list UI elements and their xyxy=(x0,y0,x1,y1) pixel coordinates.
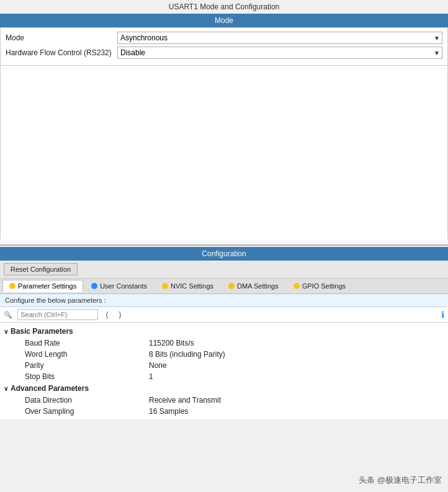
tab-user-constants[interactable]: User Constants xyxy=(84,280,154,292)
advanced-params-group-header[interactable]: ∨ Advanced Parameters xyxy=(0,382,448,395)
mode-section-header: Mode xyxy=(0,14,448,27)
tab-dot-gpio-settings xyxy=(293,283,300,289)
mode-config-panel: Mode Asynchronous Synchronous Single Wir… xyxy=(0,27,448,66)
tab-label-gpio-settings: GPIO Settings xyxy=(302,282,346,290)
configure-info: Configure the below parameters : xyxy=(0,294,448,307)
param-value-baud-rate: 115200 Bits/s xyxy=(149,339,194,347)
tab-dma-settings[interactable]: DMA Settings xyxy=(222,280,285,292)
mode-area: Mode Asynchronous Synchronous Single Wir… xyxy=(0,27,448,246)
config-toolbar: Reset Configuration xyxy=(0,261,448,279)
param-value-data-direction: Receive and Transmit xyxy=(149,396,221,405)
param-value-over-sampling: 16 Samples xyxy=(149,407,188,416)
page-title: USART1 Mode and Configuration xyxy=(0,0,448,14)
basic-params-group-header[interactable]: ∨ Basic Parameters xyxy=(0,325,448,338)
config-section-header: Configuration xyxy=(0,247,448,261)
tab-nvic-settings[interactable]: NVIC Settings xyxy=(155,280,220,292)
params-area: ∨ Basic Parameters Baud Rate 115200 Bits… xyxy=(0,323,448,419)
tab-dot-user-constants xyxy=(91,283,97,289)
tab-label-dma-settings: DMA Settings xyxy=(237,282,279,290)
tabs-row: Parameter Settings User Constants NVIC S… xyxy=(0,279,448,294)
param-name-parity: Parity xyxy=(25,361,149,370)
param-value-parity: None xyxy=(149,361,167,370)
search-bar: 🔍 ⟨ ⟩ ℹ xyxy=(0,307,448,323)
basic-params-label: Basic Parameters xyxy=(11,327,73,336)
basic-params-chevron: ∨ xyxy=(4,328,8,335)
tab-label-parameter-settings: Parameter Settings xyxy=(18,282,76,290)
hw-flow-row: Hardware Flow Control (RS232) Disable CT… xyxy=(6,47,442,59)
search-icon: 🔍 xyxy=(4,311,12,319)
hw-flow-label: Hardware Flow Control (RS232) xyxy=(6,48,117,57)
param-row-parity: Parity None xyxy=(0,360,448,371)
param-row-over-sampling: Over Sampling 16 Samples xyxy=(0,406,448,417)
param-name-over-sampling: Over Sampling xyxy=(25,407,149,416)
advanced-params-chevron: ∨ xyxy=(4,385,8,392)
param-name-word-length: Word Length xyxy=(25,350,149,359)
mode-row: Mode Asynchronous Synchronous Single Wir… xyxy=(6,32,442,44)
hw-flow-select-wrapper: Disable CTS Only RTS Only CTS/RTS ▼ xyxy=(117,47,442,59)
tab-dot-dma-settings xyxy=(228,283,235,289)
param-value-stop-bits: 1 xyxy=(149,372,153,381)
hw-flow-select[interactable]: Disable CTS Only RTS Only CTS/RTS xyxy=(117,47,442,59)
mode-select[interactable]: Asynchronous Synchronous Single Wire (Ha… xyxy=(117,32,442,44)
param-row-baud-rate: Baud Rate 115200 Bits/s xyxy=(0,338,448,349)
param-name-data-direction: Data Direction xyxy=(25,396,149,405)
tab-dot-parameter-settings xyxy=(9,283,16,289)
empty-space xyxy=(0,66,448,239)
tab-parameter-settings[interactable]: Parameter Settings xyxy=(2,280,83,292)
prev-search-button[interactable]: ⟨ xyxy=(103,310,111,320)
search-input[interactable] xyxy=(17,309,98,320)
param-row-data-direction: Data Direction Receive and Transmit xyxy=(0,395,448,406)
reset-config-button[interactable]: Reset Configuration xyxy=(4,263,78,275)
tab-label-user-constants: User Constants xyxy=(100,282,147,290)
tab-label-nvic-settings: NVIC Settings xyxy=(171,282,213,290)
param-row-word-length: Word Length 8 Bits (including Parity) xyxy=(0,349,448,360)
param-row-stop-bits: Stop Bits 1 xyxy=(0,371,448,382)
advanced-params-label: Advanced Parameters xyxy=(11,384,89,393)
tab-gpio-settings[interactable]: GPIO Settings xyxy=(287,280,352,292)
mode-label: Mode xyxy=(6,34,117,42)
param-value-word-length: 8 Bits (including Parity) xyxy=(149,350,225,359)
param-name-stop-bits: Stop Bits xyxy=(25,372,149,381)
watermark: 头条 @极速电子工作室 xyxy=(359,475,442,486)
info-icon[interactable]: ℹ xyxy=(441,310,444,320)
param-name-baud-rate: Baud Rate xyxy=(25,339,149,347)
tab-dot-nvic-settings xyxy=(162,283,168,289)
next-search-button[interactable]: ⟩ xyxy=(116,310,124,320)
mode-select-wrapper: Asynchronous Synchronous Single Wire (Ha… xyxy=(117,32,442,44)
